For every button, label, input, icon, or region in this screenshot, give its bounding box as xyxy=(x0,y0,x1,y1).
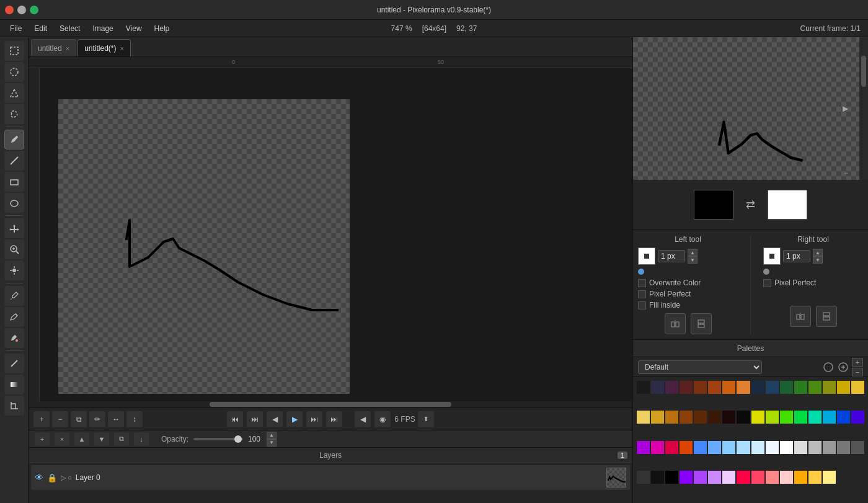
color-cell[interactable] xyxy=(780,381,793,394)
color-cell[interactable] xyxy=(637,381,650,394)
color-cell[interactable] xyxy=(737,441,750,454)
color-cell[interactable] xyxy=(851,441,864,454)
pan-tool[interactable] xyxy=(4,260,24,280)
tab-close-0[interactable]: × xyxy=(66,45,69,52)
right-size-down[interactable]: ▼ xyxy=(813,256,823,264)
right-tool-preview-box[interactable] xyxy=(763,247,781,265)
menu-view[interactable]: View xyxy=(121,23,147,34)
eraser-button[interactable]: ✏ xyxy=(89,411,105,427)
color-cell[interactable] xyxy=(737,471,750,484)
onion-button[interactable]: ◉ xyxy=(374,411,391,427)
color-cell[interactable] xyxy=(722,471,735,484)
color-cell[interactable] xyxy=(680,471,693,484)
rect-select-tool[interactable] xyxy=(4,41,24,61)
color-cell[interactable] xyxy=(851,381,864,394)
color-cell[interactable] xyxy=(780,441,793,454)
export-layer-button[interactable]: ↓ xyxy=(134,432,149,446)
right-size-up[interactable]: ▲ xyxy=(813,249,823,256)
menu-edit[interactable]: Edit xyxy=(29,23,52,34)
opacity-stepper[interactable]: ▲ ▼ xyxy=(267,432,277,447)
color-cell[interactable] xyxy=(651,381,664,394)
color-cell[interactable] xyxy=(680,411,693,424)
canvas-container[interactable] xyxy=(40,68,632,401)
pixel-canvas[interactable] xyxy=(58,99,350,394)
color-cell[interactable] xyxy=(823,441,836,454)
add-frame-button[interactable]: + xyxy=(33,411,50,427)
eyedropper-tool[interactable] xyxy=(4,286,24,306)
triangle-select-tool[interactable] xyxy=(4,83,24,103)
color-cell[interactable] xyxy=(808,411,822,424)
left-tool-preview-box[interactable] xyxy=(638,247,655,265)
left-tool-size-stepper[interactable]: ▲ ▼ xyxy=(688,249,698,264)
left-mirror-v-button[interactable] xyxy=(691,313,712,334)
color-cell[interactable] xyxy=(680,381,693,394)
tab-close-1[interactable]: × xyxy=(120,45,124,52)
color-cell[interactable] xyxy=(651,411,664,424)
zoom-tool[interactable] xyxy=(4,239,24,259)
lasso-select-tool[interactable] xyxy=(4,104,24,124)
gradient-tool[interactable] xyxy=(4,375,24,394)
color-cell[interactable] xyxy=(823,471,836,484)
color-cell[interactable] xyxy=(808,381,822,394)
color-cell[interactable] xyxy=(694,381,707,394)
color-cell[interactable] xyxy=(794,441,807,454)
pencil-tool[interactable] xyxy=(4,130,24,149)
left-mirror-h-button[interactable] xyxy=(665,313,686,334)
right-tool-dot[interactable] xyxy=(763,269,769,275)
color-cell[interactable] xyxy=(823,411,836,424)
preview-play-button[interactable]: ▶ xyxy=(843,104,848,113)
overwrite-color-checkbox[interactable] xyxy=(638,279,646,287)
left-tool-dot[interactable] xyxy=(638,269,644,275)
pixel-perfect-right-checkbox[interactable] xyxy=(763,279,771,287)
opacity-slider[interactable] xyxy=(193,438,243,440)
color-cell[interactable] xyxy=(766,411,779,424)
minimize-button[interactable] xyxy=(17,6,26,14)
color-cell[interactable] xyxy=(780,471,793,484)
color-cell[interactable] xyxy=(851,411,864,424)
color-cell[interactable] xyxy=(708,381,721,394)
color-cell[interactable] xyxy=(694,471,707,484)
ellipse-tool[interactable] xyxy=(4,193,24,213)
titlebar-buttons[interactable] xyxy=(5,6,38,14)
color-cell[interactable] xyxy=(751,381,764,394)
color-cell[interactable] xyxy=(665,441,678,454)
add-layer-button[interactable]: + xyxy=(35,432,50,446)
color-cell[interactable] xyxy=(651,441,664,454)
swap-colors-button[interactable]: ⇄ xyxy=(746,198,755,211)
color-cell[interactable] xyxy=(665,411,678,424)
pixel-perfect-left-checkbox[interactable] xyxy=(638,290,646,298)
right-mirror-v-button[interactable] xyxy=(816,306,837,327)
color-cell[interactable] xyxy=(694,411,707,424)
color-cell[interactable] xyxy=(737,411,750,424)
menu-image[interactable]: Image xyxy=(87,23,118,34)
move-layer-up-button[interactable]: ▲ xyxy=(74,432,89,446)
move-tool[interactable] xyxy=(4,218,24,238)
color-cell[interactable] xyxy=(808,441,822,454)
color-cell[interactable] xyxy=(837,381,850,394)
color-cell[interactable] xyxy=(694,441,707,454)
color-cell[interactable] xyxy=(665,381,678,394)
color-cell[interactable] xyxy=(680,441,693,454)
brightness-tool[interactable] xyxy=(4,354,24,373)
ellipse-select-tool[interactable] xyxy=(4,62,24,82)
layer-expand-button[interactable]: ▷ ○ xyxy=(61,474,72,482)
color-cell[interactable] xyxy=(722,441,735,454)
right-tool-size-input[interactable] xyxy=(783,250,810,262)
color-cell[interactable] xyxy=(766,381,779,394)
right-tool-size-stepper[interactable]: ▲ ▼ xyxy=(813,249,823,264)
menu-file[interactable]: File xyxy=(5,23,27,34)
go-first-button[interactable]: ⏮ xyxy=(227,411,243,427)
color-cell[interactable] xyxy=(808,471,822,484)
preview-minus-button[interactable]: − xyxy=(844,169,848,177)
menu-select[interactable]: Select xyxy=(55,23,85,34)
copy-frame-button[interactable]: ⧉ xyxy=(71,411,87,427)
color-cell[interactable] xyxy=(837,441,850,454)
canvas-scrollbar-h[interactable] xyxy=(29,401,632,407)
color-cell[interactable] xyxy=(751,471,764,484)
tab-untitled-2[interactable]: untitled(*) × xyxy=(78,39,131,56)
color-cell[interactable] xyxy=(766,471,779,484)
play-button[interactable]: ▶ xyxy=(286,411,303,427)
left-size-down[interactable]: ▼ xyxy=(688,256,698,264)
color-cell[interactable] xyxy=(794,411,807,424)
fill-tool[interactable] xyxy=(4,328,24,348)
